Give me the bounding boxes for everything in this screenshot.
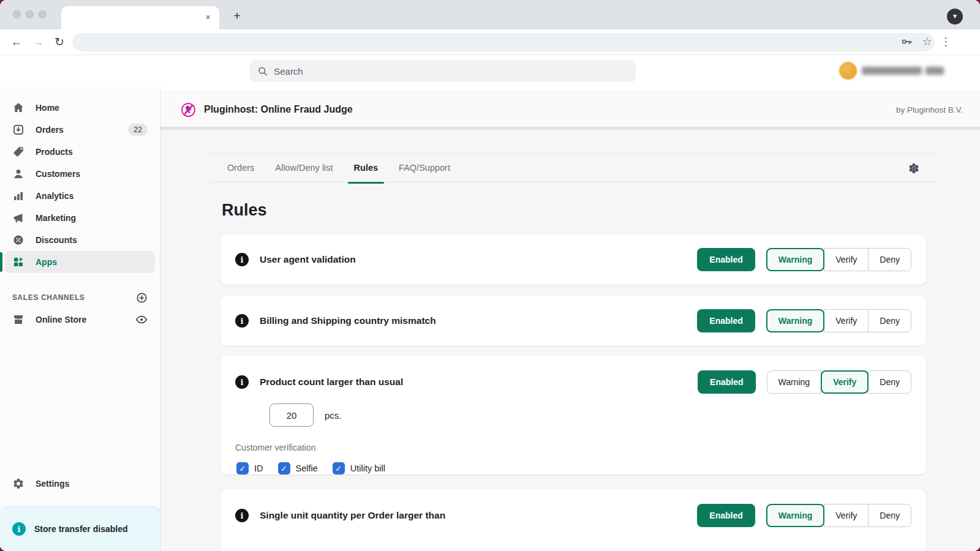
tab-search-menu-button[interactable]: ▾ — [947, 9, 963, 24]
info-icon[interactable]: i — [235, 509, 249, 522]
checkbox-selfie[interactable]: ✓ Selfie — [278, 462, 318, 474]
sidebar-item-customers[interactable]: Customers — [5, 163, 155, 185]
warning-option-button[interactable]: Warning — [766, 504, 824, 527]
enabled-toggle-button[interactable]: Enabled — [697, 504, 755, 527]
warning-option-button[interactable]: Warning — [766, 248, 824, 271]
threshold-unit-label: pcs. — [325, 410, 342, 421]
rule-card-product-count: i Product count larger than usual Enable… — [221, 356, 926, 474]
sidebar-item-orders[interactable]: Orders 22 — [5, 119, 155, 141]
orders-icon — [12, 124, 24, 136]
app-header: Pluginhost: Online Fraud Judge by Plugin… — [160, 92, 980, 127]
deny-option-button[interactable]: Deny — [868, 248, 911, 271]
verify-option-button[interactable]: Verify — [824, 248, 869, 271]
rule-title: Billing and Shipping country mismatch — [260, 315, 436, 326]
close-window-icon[interactable] — [13, 10, 21, 18]
deny-option-button[interactable]: Deny — [868, 370, 911, 394]
action-segment-group: Warning Verify Deny — [766, 504, 911, 527]
verify-option-button[interactable]: Verify — [824, 504, 869, 527]
browser-tab[interactable]: × — [61, 6, 219, 29]
minimize-window-icon[interactable] — [26, 10, 34, 18]
checkbox-utility-bill[interactable]: ✓ Utility bill — [333, 462, 385, 474]
search-input[interactable] — [274, 66, 628, 77]
verify-option-button[interactable]: Verify — [824, 309, 869, 332]
sidebar-item-analytics[interactable]: Analytics — [5, 185, 155, 207]
store-transfer-banner[interactable]: i Store transfer disabled — [0, 506, 160, 551]
warning-option-button[interactable]: Warning — [766, 309, 824, 332]
enabled-toggle-button[interactable]: Enabled — [697, 248, 755, 271]
main-area: Pluginhost: Online Fraud Judge by Plugin… — [160, 87, 980, 551]
sidebar-item-discounts[interactable]: Discounts — [5, 229, 155, 251]
marketing-megaphone-icon — [12, 212, 24, 224]
tab-orders[interactable]: Orders — [217, 153, 265, 182]
user-avatar[interactable] — [839, 62, 857, 80]
apps-icon — [12, 256, 24, 268]
close-tab-icon[interactable]: × — [205, 12, 211, 22]
bookmark-star-icon[interactable]: ☆ — [922, 34, 932, 50]
rule-title: Single unit quantity per Order larger th… — [260, 510, 445, 521]
sidebar-item-home[interactable]: Home — [5, 97, 155, 119]
verify-option-button[interactable]: Verify — [821, 370, 869, 394]
settings-gear-icon — [12, 478, 24, 490]
info-icon[interactable]: i — [235, 253, 249, 266]
admin-topbar — [0, 55, 980, 87]
view-store-eye-icon[interactable] — [135, 313, 148, 326]
window-traffic-lights[interactable] — [13, 10, 47, 18]
sidebar-item-settings[interactable]: Settings — [5, 473, 155, 495]
deny-option-button[interactable]: Deny — [868, 309, 911, 332]
storefront-icon — [12, 313, 24, 326]
browser-tabstrip: × + ▾ — [0, 0, 980, 29]
rules-list: i User agent validation Enabled Warning … — [221, 234, 926, 551]
enabled-toggle-button[interactable]: Enabled — [698, 370, 755, 394]
checkbox-id[interactable]: ✓ ID — [236, 462, 263, 474]
zoom-window-icon[interactable] — [39, 10, 47, 18]
warning-option-button[interactable]: Warning — [767, 370, 822, 394]
home-icon — [12, 102, 24, 114]
sidebar-item-online-store[interactable]: Online Store — [5, 309, 155, 331]
add-channel-icon[interactable] — [136, 292, 148, 304]
orders-count-badge: 22 — [128, 124, 148, 136]
refresh-button[interactable]: ↻ — [51, 34, 67, 50]
search-icon — [257, 66, 268, 77]
analytics-icon — [12, 190, 24, 202]
products-tag-icon — [12, 146, 24, 158]
tab-allow-deny-list[interactable]: Allow/Deny list — [265, 153, 343, 182]
tab-bar: Orders Allow/Deny list Rules FAQ/Support — [209, 153, 938, 182]
sidebar-item-marketing[interactable]: Marketing — [5, 207, 155, 229]
discounts-icon — [12, 234, 24, 246]
rule-card-user-agent: i User agent validation Enabled Warning … — [221, 234, 926, 285]
sidebar: Home Orders 22 Products Customers Analyt… — [0, 87, 160, 551]
customer-verification-label: Customer verification — [235, 443, 911, 452]
checkbox-checked-icon[interactable]: ✓ — [333, 462, 345, 474]
sales-channels-label: SALES CHANNELS — [12, 293, 85, 302]
rule-card-country-mismatch: i Billing and Shipping country mismatch … — [221, 296, 926, 346]
tab-rules[interactable]: Rules — [344, 153, 389, 182]
store-name-redacted[interactable] — [862, 67, 944, 75]
info-icon[interactable]: i — [235, 314, 249, 328]
checkbox-checked-icon[interactable]: ✓ — [236, 462, 249, 474]
address-bar[interactable] — [72, 33, 935, 51]
sidebar-item-apps[interactable]: Apps — [5, 251, 155, 273]
info-icon[interactable]: i — [235, 375, 249, 389]
password-key-icon[interactable] — [900, 36, 913, 48]
threshold-input[interactable] — [270, 403, 314, 427]
customers-icon — [12, 168, 24, 180]
browser-menu-icon[interactable]: ⋮ — [940, 34, 952, 50]
sidebar-item-products[interactable]: Products — [5, 141, 155, 163]
back-button[interactable]: ← — [9, 34, 24, 50]
tab-faq-support[interactable]: FAQ/Support — [388, 153, 461, 182]
forward-button[interactable]: → — [30, 34, 46, 50]
action-segment-group: Warning Verify Deny — [766, 248, 911, 271]
chevron-down-icon: ▾ — [953, 12, 957, 20]
new-tab-button[interactable]: + — [229, 9, 245, 24]
rule-title: Product count larger than usual — [260, 377, 403, 388]
app-content: Orders Allow/Deny list Rules FAQ/Support… — [160, 130, 980, 551]
app-settings-gear-icon[interactable] — [908, 162, 920, 174]
app-byline: by Pluginhost B.V. — [896, 105, 963, 114]
enabled-toggle-button[interactable]: Enabled — [697, 309, 755, 332]
action-segment-group: Warning Verify Deny — [767, 370, 911, 394]
active-item-indicator — [0, 252, 2, 272]
checkbox-checked-icon[interactable]: ✓ — [278, 462, 290, 474]
rule-card-single-unit-quantity: i Single unit quantity per Order larger … — [221, 489, 926, 551]
admin-search[interactable] — [250, 60, 636, 82]
deny-option-button[interactable]: Deny — [868, 504, 911, 527]
